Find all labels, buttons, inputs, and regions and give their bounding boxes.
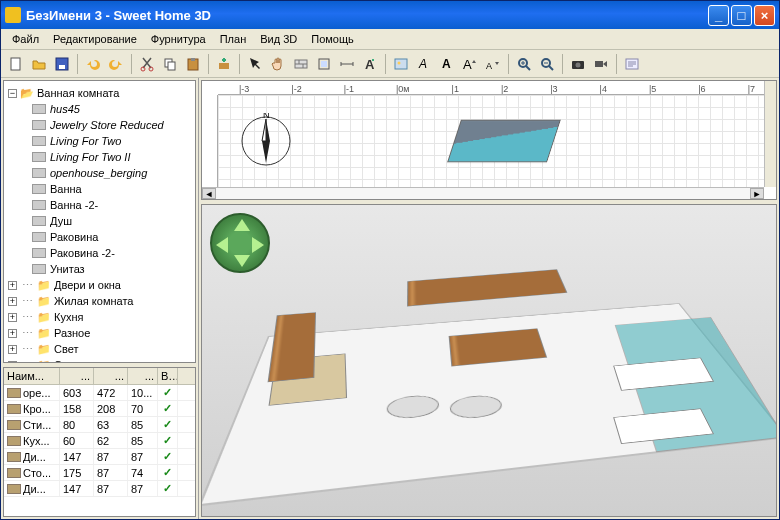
plan-scrollbar-h[interactable]: ◄ ► [202, 187, 764, 199]
expand-icon[interactable]: + [8, 361, 17, 364]
item-thumb-icon [32, 216, 46, 226]
tree-category[interactable]: +⋯📁Разное [8, 325, 191, 341]
compass-north-label: N [263, 113, 270, 120]
table-row[interactable]: Кух...606285✓ [4, 433, 195, 449]
tree-category[interactable]: +⋯📁Кухня [8, 309, 191, 325]
title-bar[interactable]: БезИмени 3 - Sweet Home 3D _ □ × [1, 1, 779, 29]
expand-icon[interactable]: + [8, 281, 17, 290]
plan-model-thumbnail[interactable] [447, 120, 561, 163]
plan-grid[interactable]: N [218, 95, 776, 187]
table-row[interactable]: оре...60347210...✓ [4, 385, 195, 401]
pan-tool[interactable] [267, 53, 289, 75]
tree-category-bathroom[interactable]: − 📂 Ванная комната [8, 85, 191, 101]
select-tool[interactable] [244, 53, 266, 75]
menu-view3d[interactable]: Вид 3D [253, 31, 304, 47]
paste-button[interactable] [182, 53, 204, 75]
3d-view[interactable] [201, 204, 777, 517]
table-row[interactable]: Кро...15820870✓ [4, 401, 195, 417]
visible-checkbox[interactable]: ✓ [163, 402, 172, 415]
tree-category[interactable]: +⋯📁Жилая комната [8, 293, 191, 309]
undo-button[interactable] [82, 53, 104, 75]
close-button[interactable]: × [754, 5, 775, 26]
add-furniture-button[interactable] [213, 53, 235, 75]
menu-bar: Файл Редактирование Фурнитура План Вид 3… [1, 29, 779, 50]
menu-furniture[interactable]: Фурнитура [144, 31, 213, 47]
tree-item[interactable]: Living For Two [28, 133, 191, 149]
menu-plan[interactable]: План [213, 31, 254, 47]
compass[interactable]: N [238, 113, 294, 169]
preferences-button[interactable] [621, 53, 643, 75]
svg-rect-2 [59, 65, 65, 69]
tree-item[interactable]: Jewelry Store Reduced [28, 117, 191, 133]
tree-category[interactable]: +⋯📁Спальня [8, 357, 191, 363]
furniture-table[interactable]: Наим... ... ... ... В... оре...60347210.… [3, 367, 196, 517]
menu-help[interactable]: Помощь [304, 31, 361, 47]
scroll-left-button[interactable]: ◄ [202, 188, 216, 199]
visible-checkbox[interactable]: ✓ [163, 466, 172, 479]
tree-item[interactable]: Душ [28, 213, 191, 229]
col-name[interactable]: Наим... [4, 368, 60, 384]
col-depth[interactable]: ... [94, 368, 128, 384]
table-header[interactable]: Наим... ... ... ... В... [4, 368, 195, 385]
table-row[interactable]: Ди...1478787✓ [4, 481, 195, 497]
dimension-tool[interactable] [336, 53, 358, 75]
tree-item[interactable]: Раковина [28, 229, 191, 245]
col-height[interactable]: ... [128, 368, 158, 384]
tree-category[interactable]: +⋯📁Двери и окна [8, 277, 191, 293]
item-thumb-icon [32, 232, 46, 242]
menu-file[interactable]: Файл [5, 31, 46, 47]
visible-checkbox[interactable]: ✓ [163, 434, 172, 447]
col-visible[interactable]: В... [158, 368, 178, 384]
item-thumb-icon [32, 264, 46, 274]
tree-item[interactable]: Living For Two II [28, 149, 191, 165]
scroll-right-button[interactable]: ► [750, 188, 764, 199]
tree-item[interactable]: Ванна -2- [28, 197, 191, 213]
tree-category[interactable]: +⋯📁Свет [8, 341, 191, 357]
copy-button[interactable] [159, 53, 181, 75]
expand-icon[interactable]: + [8, 313, 17, 322]
table-row[interactable]: Ди...1478787✓ [4, 449, 195, 465]
text-tool[interactable]: A [359, 53, 381, 75]
tree-item[interactable]: Раковина -2- [28, 245, 191, 261]
collapse-icon[interactable]: − [8, 89, 17, 98]
table-row[interactable]: Сто...1758774✓ [4, 465, 195, 481]
tree-item[interactable]: Унитаз [28, 261, 191, 277]
visible-checkbox[interactable]: ✓ [163, 482, 172, 495]
visible-checkbox[interactable]: ✓ [163, 450, 172, 463]
tree-item[interactable]: hus45 [28, 101, 191, 117]
photo-button[interactable] [567, 53, 589, 75]
text-italic-button[interactable]: A [413, 53, 435, 75]
nav-up-button[interactable] [234, 219, 250, 231]
catalog-tree[interactable]: − 📂 Ванная комната hus45Jewelry Store Re… [3, 80, 196, 363]
room-tool[interactable] [313, 53, 335, 75]
zoom-out-button[interactable] [536, 53, 558, 75]
plan-view[interactable]: |-3|-2|-1|0м|1|2|3|4|5|6|7 N [201, 80, 777, 200]
text-decrease-button[interactable]: A [482, 53, 504, 75]
visible-checkbox[interactable]: ✓ [163, 418, 172, 431]
expand-icon[interactable]: + [8, 345, 17, 354]
zoom-in-button[interactable] [513, 53, 535, 75]
nav-left-button[interactable] [216, 237, 228, 253]
maximize-button[interactable]: □ [731, 5, 752, 26]
open-button[interactable] [28, 53, 50, 75]
redo-button[interactable] [105, 53, 127, 75]
visible-checkbox[interactable]: ✓ [163, 386, 172, 399]
plan-scrollbar-v[interactable] [764, 81, 776, 187]
text-bold-button[interactable]: A [436, 53, 458, 75]
new-button[interactable] [5, 53, 27, 75]
text-increase-button[interactable]: A [459, 53, 481, 75]
tree-item[interactable]: openhouse_berging [28, 165, 191, 181]
expand-icon[interactable]: + [8, 329, 17, 338]
tree-item[interactable]: Ванна [28, 181, 191, 197]
save-button[interactable] [51, 53, 73, 75]
col-width[interactable]: ... [60, 368, 94, 384]
minimize-button[interactable]: _ [708, 5, 729, 26]
row-thumb-icon [7, 420, 21, 430]
cut-button[interactable] [136, 53, 158, 75]
table-row[interactable]: Сти...806385✓ [4, 417, 195, 433]
wall-tool[interactable] [290, 53, 312, 75]
menu-edit[interactable]: Редактирование [46, 31, 144, 47]
expand-icon[interactable]: + [8, 297, 17, 306]
video-button[interactable] [590, 53, 612, 75]
import-bg-button[interactable] [390, 53, 412, 75]
